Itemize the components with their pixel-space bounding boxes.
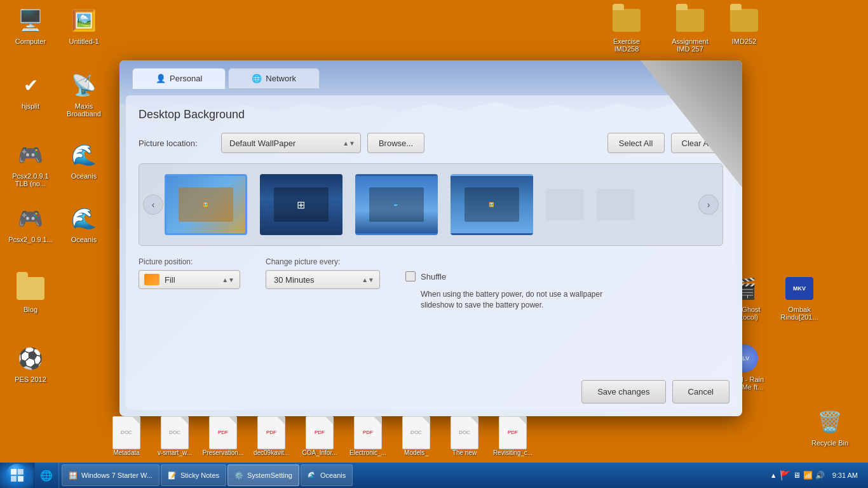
tab-network-label: Network (266, 74, 296, 83)
taskbar-item-label: Windows 7 Starter W... (81, 471, 153, 479)
file-item-electronic[interactable]: PDF Electronic_... (345, 416, 391, 456)
taskbar-item-oceanis[interactable]: 🌊 Oceanis (301, 464, 353, 486)
file-item-vsmart[interactable]: DOC v-smart_w... (152, 416, 198, 456)
desktop-icon-exercise[interactable]: Exercise IMD258 (601, 5, 652, 53)
svg-rect-1 (18, 469, 24, 475)
svg-rect-3 (18, 476, 24, 482)
system-taskbar-icon: ⚙️ (234, 471, 243, 480)
tab-personal[interactable]: 👤 Personal (132, 68, 226, 89)
quick-launch: 🌐 (34, 463, 59, 488)
desktop-icon-label: PES 2012 (15, 376, 46, 383)
file-icon-bar: DOC Metadata DOC v-smart_w... PDF Preser… (98, 410, 868, 461)
svg-rect-0 (11, 469, 17, 475)
gallery-prev-button[interactable]: ‹ (143, 194, 163, 215)
interval-dropdown[interactable]: 30 Minutes ▲▼ (266, 270, 380, 289)
taskbar: 🌐 🪟 Windows 7 Starter W... 📝 Sticky Note… (0, 463, 868, 488)
wallpaper-thumb-4[interactable]: 🖼️ (451, 174, 533, 235)
desktop-icon-label: Maxis Broadband (58, 102, 109, 118)
desktop-icon-oceanis2[interactable]: 🌊 Oceanis (58, 203, 109, 243)
file-item-preservation[interactable]: PDF Preservation... (200, 416, 246, 456)
save-changes-button[interactable]: Save changes (581, 380, 665, 403)
desktop-icon-blog[interactable]: Blog (5, 273, 56, 313)
taskbar-item-label: Oceanis (320, 471, 346, 479)
browse-button[interactable]: Browse... (367, 133, 424, 153)
interval-label: Change picture every: (266, 257, 380, 266)
picture-location-row: Picture location: Default WallPaper ▲▼ B… (139, 133, 723, 153)
taskbar-items: 🪟 Windows 7 Starter W... 📝 Sticky Notes … (59, 463, 765, 488)
desktop-icon-maxis[interactable]: 📡 Maxis Broadband (58, 70, 109, 118)
tray-speaker-icon[interactable]: 🔊 (815, 471, 825, 480)
desktop-icon-label: Oceanis (71, 172, 97, 180)
tray-flag-icon[interactable]: 🚩 (780, 470, 790, 480)
dialog-content-area: Desktop Background Picture location: Def… (126, 95, 736, 410)
thumb-placeholder-2 (597, 189, 635, 220)
desktop-icon-ombak[interactable]: MKV Ombak Rindu[201... (774, 273, 825, 321)
svg-rect-2 (11, 476, 17, 482)
position-group: Picture position: Fill ▲▼ (139, 257, 240, 289)
start-button[interactable] (0, 463, 34, 488)
shuffle-checkbox[interactable] (405, 271, 416, 281)
wallpaper-thumb-3[interactable]: 🐟 (355, 174, 438, 235)
windows-logo-icon (10, 468, 24, 482)
wallpaper-thumb-1[interactable]: 🖼️ (165, 174, 247, 235)
desktop-icon-untitled[interactable]: 🖼️ Untitled-1 (58, 5, 109, 45)
file-item-metadata[interactable]: DOC Metadata (104, 416, 149, 456)
tray-monitor-icon[interactable]: 🖥 (793, 471, 801, 480)
desktop: 🖥️ Computer 🖼️ Untitled-1 ✔ hjsplit 📡 Ma… (0, 0, 868, 488)
wallpaper-source-value: Default WallPaper (229, 139, 295, 148)
position-dropdown[interactable]: Fill ▲▼ (139, 270, 240, 289)
taskbar-item-system[interactable]: ⚙️ SystemSetting (227, 464, 299, 486)
desktop-icon-label: Pcsx2_0.9.1... (8, 236, 53, 243)
tab-personal-label: Personal (170, 74, 202, 83)
file-item-label: COA_Infor... (302, 449, 337, 456)
cancel-button[interactable]: Cancel (672, 380, 729, 403)
file-item-dec09[interactable]: PDF dec09kavit... (248, 416, 294, 456)
taskbar-clock[interactable]: 9:31 AM (827, 471, 863, 479)
desktop-icon-oceanis1[interactable]: 🌊 Oceanis (58, 140, 109, 180)
interval-arrow-icon: ▲▼ (362, 276, 374, 283)
shuffle-group: Shuffle When using the battery power, do… (405, 257, 624, 311)
desktop-icon-label: Oceanis (71, 236, 97, 243)
file-item-label: v-smart_w... (158, 449, 192, 456)
desktop-icon-computer[interactable]: 🖥️ Computer (5, 5, 56, 45)
ie-icon[interactable]: 🌐 (37, 466, 56, 485)
desktop-icon-label: IMD252 (732, 37, 757, 45)
file-item-label: Electronic_... (349, 449, 386, 456)
tray-expand-icon[interactable]: ▲ (770, 471, 777, 479)
desktop-icon-pes[interactable]: ⚽ PES 2012 (5, 343, 56, 383)
gallery-next-button[interactable]: › (698, 194, 719, 215)
desktop-icon-pcsx1[interactable]: 🎮 Pcsx2.0.9.1 TLB (no... (5, 140, 56, 187)
select-all-button[interactable]: Select All (607, 133, 665, 153)
taskbar-item-win7[interactable]: 🪟 Windows 7 Starter W... (62, 464, 159, 486)
dropdown-arrow-icon: ▲▼ (342, 140, 355, 147)
person-icon: 👤 (156, 74, 166, 83)
file-item-thenew[interactable]: DOC The new (442, 416, 487, 456)
wallpaper-source-dropdown[interactable]: Default WallPaper ▲▼ (221, 133, 361, 153)
desktop-icon-imd252[interactable]: IMD252 (719, 5, 770, 45)
tray-network-icon[interactable]: 📶 (803, 471, 813, 480)
globe-icon: 🌐 (252, 74, 262, 83)
position-arrow-icon: ▲▼ (222, 276, 234, 283)
file-item-label: The new (452, 449, 477, 456)
desktop-icon-label: Pcsx2.0.9.1 TLB (no... (5, 172, 56, 187)
file-item-coa[interactable]: PDF COA_Infor... (297, 416, 342, 456)
sticky-taskbar-icon: 📝 (168, 471, 177, 480)
position-value: Fill (165, 275, 175, 285)
desktop-icon-hjsplit[interactable]: ✔ hjsplit (5, 70, 56, 110)
file-item-models[interactable]: DOC Models_ (393, 416, 439, 456)
desktop-icon-label: Ombak Rindu[201... (774, 306, 825, 321)
desktop-icon-assignment[interactable]: Assignment IMD 257 (665, 5, 715, 53)
file-item-revisiting[interactable]: PDF Revisiting_c... (490, 416, 536, 456)
taskbar-item-label: SystemSetting (247, 471, 292, 479)
file-item-label: Preservation... (203, 449, 243, 456)
desktop-icon-label: Computer (15, 37, 46, 45)
position-label: Picture position: (139, 257, 240, 266)
shuffle-area: Shuffle (405, 271, 624, 281)
desktop-icon-pcsx2[interactable]: 🎮 Pcsx2_0.9.1... (5, 203, 56, 243)
tab-network[interactable]: 🌐 Network (228, 68, 320, 89)
taskbar-item-sticky[interactable]: 📝 Sticky Notes (161, 464, 226, 486)
desktop-icon-label: Assignment IMD 257 (665, 37, 715, 53)
battery-notice: When using the battery power, do not use… (421, 289, 624, 311)
interval-group: Change picture every: 30 Minutes ▲▼ (266, 257, 380, 289)
wallpaper-thumb-2[interactable]: ⊞ (260, 174, 342, 235)
